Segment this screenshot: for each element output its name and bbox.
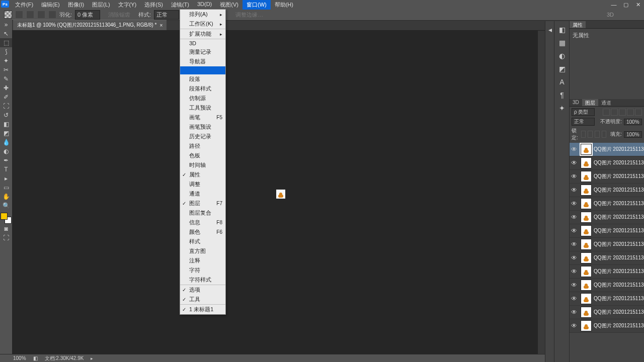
layer-filter-type[interactable]: ρ 类型 [572, 108, 595, 116]
fill-value[interactable]: 100% [624, 131, 642, 138]
menu-item-highlighted[interactable] [180, 66, 225, 74]
menu-item-调整[interactable]: 调整 [180, 179, 225, 189]
menu-编辑[interactable]: 编辑(E) [37, 0, 64, 10]
visibility-eye-icon[interactable]: 👁 [570, 159, 579, 166]
visibility-eye-icon[interactable]: 👁 [570, 309, 579, 316]
lock-position-icon[interactable] [595, 131, 600, 138]
menu-item-色板[interactable]: 色板 [180, 151, 225, 160]
layer-thumbnail[interactable] [581, 225, 592, 236]
eyedropper-tool[interactable]: ✎ [0, 74, 12, 83]
layer-row[interactable]: 👁QQ图片 20201215113046_... [570, 292, 644, 306]
visibility-eye-icon[interactable]: 👁 [570, 173, 579, 180]
visibility-eye-icon[interactable]: 👁 [570, 187, 579, 194]
swatches-panel-icon[interactable]: ▦ [554, 36, 570, 49]
dock-collapse-icon[interactable]: ◂ [545, 23, 554, 36]
menu-3d[interactable]: 3D(D) [193, 0, 216, 10]
stamp-tool[interactable]: ⛶ [0, 102, 12, 111]
filter-adjust-icon[interactable] [611, 109, 618, 116]
color-picker[interactable] [0, 212, 12, 224]
tab-properties[interactable]: 属性 [570, 21, 586, 28]
adjustments-panel-icon[interactable]: ◐ [554, 49, 570, 62]
visibility-eye-icon[interactable]: 👁 [570, 146, 579, 153]
menu-item-图层复合[interactable]: 图层复合 [180, 208, 225, 218]
filter-type-icon[interactable] [619, 109, 626, 116]
menu-item-路径[interactable]: 路径 [180, 141, 225, 151]
menu-item-仿制源[interactable]: 仿制源 [180, 94, 225, 103]
marquee-mode-subtract[interactable] [37, 11, 45, 19]
menu-item-字符样式[interactable]: 字符样式 [180, 275, 225, 285]
filter-smart-icon[interactable] [635, 109, 642, 116]
menu-item-扩展功能[interactable]: 扩展功能▸ [180, 29, 225, 39]
layer-thumbnail[interactable] [581, 266, 592, 277]
status-flyout-icon[interactable]: ▸ [91, 356, 93, 361]
filter-pixel-icon[interactable] [603, 109, 610, 116]
layer-row[interactable]: 👁QQ图片 20201215113046_... [570, 184, 644, 197]
filter-shape-icon[interactable] [627, 109, 634, 116]
menu-item-通道[interactable]: 通道 [180, 189, 225, 199]
layer-thumbnail[interactable] [581, 320, 592, 331]
canvas-layer-object[interactable] [276, 190, 285, 199]
menu-item-段落样式[interactable]: 段落样式 [180, 84, 225, 94]
layer-row[interactable]: 👁QQ图片 20201215113046_... [570, 265, 644, 279]
menu-item-属性[interactable]: ✓属性 [180, 170, 225, 179]
layer-row[interactable]: 👁QQ图片 20201215113046_... [570, 211, 644, 224]
marquee-mode-intersect[interactable] [48, 11, 56, 19]
visibility-eye-icon[interactable]: 👁 [570, 282, 579, 289]
menu-文件[interactable]: 文件(F) [11, 0, 37, 10]
visibility-eye-icon[interactable]: 👁 [570, 295, 579, 302]
visibility-eye-icon[interactable]: 👁 [570, 254, 579, 261]
menu-item-工具[interactable]: ✓工具 [180, 295, 225, 305]
color-panel-icon[interactable]: ◧ [554, 23, 570, 36]
layer-thumbnail[interactable] [581, 293, 592, 304]
visibility-eye-icon[interactable]: 👁 [570, 268, 579, 275]
menu-item-工具预设[interactable]: 工具预设 [180, 103, 225, 113]
close-tab-icon[interactable]: × [160, 23, 163, 28]
menu-item-排列(A)[interactable]: 排列(A)▸ [180, 10, 225, 19]
hand-tool[interactable]: ✋ [0, 192, 12, 201]
layer-row[interactable]: 👁QQ图片 20201215113046_... [570, 251, 644, 265]
menu-item-信息[interactable]: 信息F8 [180, 218, 225, 227]
menu-item-画笔[interactable]: 画笔F5 [180, 113, 225, 122]
screen-mode-toggle[interactable]: ⛶ [0, 233, 12, 242]
lock-all-icon[interactable] [602, 131, 607, 138]
menu-item-字符[interactable]: 字符 [180, 265, 225, 275]
lock-transparency-icon[interactable] [581, 131, 586, 138]
document-tab[interactable]: 未标题1 @ 100% (QQ图片20201215113046_1.PNG, R… [13, 20, 167, 30]
menu-item-样式[interactable]: 样式 [180, 237, 225, 246]
menu-item-段落[interactable]: 段落 [180, 74, 225, 84]
layer-thumbnail[interactable] [581, 252, 592, 263]
styles-panel-icon[interactable]: ◩ [554, 62, 570, 75]
layer-thumbnail[interactable] [581, 198, 592, 209]
menu-item-画笔预设[interactable]: 画笔预设 [180, 122, 225, 132]
layer-thumbnail[interactable] [581, 171, 592, 182]
move-tool[interactable]: ↖ [0, 29, 12, 38]
layer-row[interactable]: 👁QQ图片 20201215113046_... [570, 306, 644, 319]
blend-mode-select[interactable]: 正常 [572, 118, 595, 126]
foreground-color-swatch[interactable] [1, 213, 8, 220]
menu-图像[interactable]: 图像(I) [64, 0, 88, 10]
feather-value[interactable]: 0 像素 [75, 10, 100, 20]
menu-item-时间轴[interactable]: 时间轴 [180, 160, 225, 170]
opacity-value[interactable]: 100% [624, 119, 642, 125]
visibility-eye-icon[interactable]: 👁 [570, 214, 579, 221]
menu-选择[interactable]: 选择(S) [140, 0, 167, 10]
layer-thumbnail[interactable] [581, 144, 592, 155]
layer-row[interactable]: 👁QQ图片 20201215113046_... [570, 224, 644, 238]
menu-视图[interactable]: 视图(V) [216, 0, 243, 10]
menu-窗口[interactable]: 窗口(W) [243, 0, 271, 10]
brush-tool[interactable]: ✐ [0, 93, 12, 102]
menu-文字[interactable]: 文字(Y) [114, 0, 141, 10]
layer-thumbnail[interactable] [581, 239, 592, 250]
shape-tool[interactable]: ▭ [0, 183, 12, 192]
minimize-button[interactable]: — [608, 0, 620, 9]
lasso-tool[interactable]: ⟆ [0, 47, 12, 56]
magic-wand-tool[interactable]: ✦ [0, 56, 12, 65]
path-select-tool[interactable]: ▸ [0, 174, 12, 183]
tab-通道[interactable]: 通道 [598, 99, 614, 106]
eraser-tool[interactable]: ◧ [0, 120, 12, 129]
character-panel-icon[interactable]: A [554, 75, 570, 88]
layer-thumbnail[interactable] [581, 185, 592, 196]
style-select[interactable]: 正常 [154, 10, 179, 20]
visibility-eye-icon[interactable]: 👁 [570, 322, 579, 329]
canvas-scrollbar-vertical[interactable] [538, 31, 545, 354]
